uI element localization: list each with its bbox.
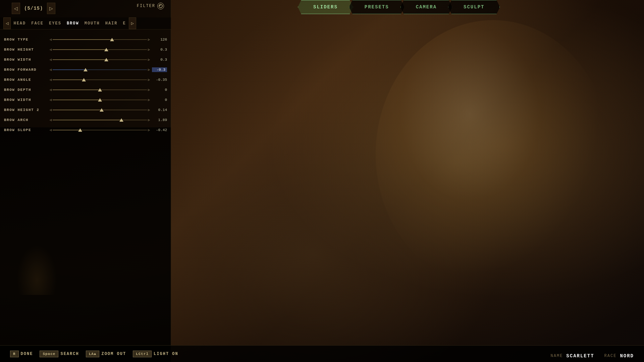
slider-value-brow-forward: -0.3	[152, 67, 167, 72]
tab-sliders[interactable]: SLIDERS	[298, 0, 353, 14]
slider-track-bar-brow-angle[interactable]	[53, 79, 147, 80]
slider-track-bar-brow-height2[interactable]	[53, 110, 147, 110]
hotkey-done: RDONE	[10, 351, 33, 357]
slider-track-bar-brow-arch[interactable]	[53, 120, 147, 120]
slider-value-brow-type: 126	[152, 38, 167, 42]
slider-right-arrow-brow-height2[interactable]: ▷	[148, 108, 150, 112]
slider-right-arrow-brow-height[interactable]: ▷	[148, 48, 150, 52]
slider-right-arrow-brow-forward[interactable]: ▷	[148, 68, 150, 72]
slider-track-brow-width[interactable]: ◁▷	[50, 56, 150, 63]
key-badge-space: Space	[40, 351, 58, 357]
key-label-done: DONE	[21, 352, 33, 356]
slider-right-arrow-brow-arch[interactable]: ▷	[148, 118, 150, 122]
cat-brow[interactable]: BROW	[64, 18, 82, 29]
slider-track-bar-brow-depth[interactable]	[53, 89, 147, 90]
filter-icon[interactable]	[157, 3, 164, 9]
cat-eyes[interactable]: EYES	[46, 18, 64, 29]
slider-track-bar-brow-height[interactable]	[53, 49, 147, 50]
cat-head[interactable]: HEAD	[11, 18, 29, 29]
cat-prev-arrow[interactable]: ◁	[3, 17, 11, 29]
cat-mouth[interactable]: MOUTH	[82, 18, 103, 29]
slider-thumb-brow-width[interactable]	[104, 58, 108, 61]
slider-left-arrow-brow-angle[interactable]: ◁	[50, 78, 52, 82]
slider-row-brow-width[interactable]: BROW WIDTH◁▷0.3	[0, 55, 171, 65]
slider-track-bar-brow-forward[interactable]	[53, 69, 147, 70]
slider-track-bar-brow-slope[interactable]	[53, 130, 147, 130]
tab-presets[interactable]: PRESETS	[349, 0, 405, 14]
slider-thumb-brow-arch[interactable]	[119, 118, 123, 122]
slider-thumb-brow-type[interactable]	[110, 38, 114, 41]
slider-thumb-brow-height2[interactable]	[100, 108, 104, 112]
filter-area[interactable]: FILTER	[137, 3, 164, 9]
slider-thumb-brow-slope[interactable]	[78, 128, 82, 132]
slider-row-brow-type[interactable]: BROW TYPE◁▷126	[0, 35, 171, 45]
slider-right-arrow-brow-width[interactable]: ▷	[148, 58, 150, 62]
top-tabs: SLIDERSPRESETSCAMERASCULPT	[302, 0, 500, 14]
slider-left-arrow-brow-depth[interactable]: ◁	[50, 88, 52, 92]
hotkey-zoom-out: LA▲ZOOM OUT	[86, 351, 126, 357]
bottom-bar: RDONESpaceSEARCHLA▲ZOOM OUTLCtrlLIGHT ON…	[0, 345, 644, 362]
slider-track-brow-type[interactable]: ◁▷	[50, 36, 150, 43]
slider-track-brow-angle[interactable]: ◁▷	[50, 76, 150, 83]
slider-thumb-brow-height[interactable]	[104, 48, 108, 51]
slider-label-brow-depth: BROW DEPTH	[4, 88, 48, 92]
slider-left-arrow-brow-width2[interactable]: ◁	[50, 98, 52, 102]
slider-track-brow-height[interactable]: ◁▷	[50, 46, 150, 53]
slider-left-arrow-brow-type[interactable]: ◁	[50, 38, 52, 42]
slider-right-arrow-brow-width2[interactable]: ▷	[148, 98, 150, 102]
cat-hair[interactable]: HAIR	[103, 18, 120, 29]
cat-face[interactable]: FACE	[29, 18, 46, 29]
slider-thumb-brow-forward[interactable]	[84, 68, 88, 71]
tab-camera[interactable]: CAMERA	[400, 0, 452, 14]
slider-thumb-brow-width2[interactable]	[98, 98, 102, 102]
slider-thumb-brow-angle[interactable]	[82, 78, 86, 81]
race-value: NORD	[620, 353, 634, 359]
key-label-search: SEARCH	[60, 352, 79, 356]
cat-extra[interactable]: E	[120, 18, 129, 29]
face-highlight	[376, 20, 610, 288]
slider-thumb-brow-depth[interactable]	[98, 88, 102, 92]
slider-track-bar-brow-width[interactable]	[53, 59, 147, 60]
key-label-zoom-out: ZOOM OUT	[101, 352, 126, 356]
counter-bar: ◁ (5/15) ▷	[12, 3, 55, 14]
slider-track-brow-arch[interactable]: ◁▷	[50, 117, 150, 123]
slider-track-brow-depth[interactable]: ◁▷	[50, 86, 150, 93]
slider-left-arrow-brow-height[interactable]: ◁	[50, 48, 52, 52]
hotkey-search: SpaceSEARCH	[40, 351, 79, 357]
slider-row-brow-width2[interactable]: BROW WIDTH◁▷0	[0, 95, 171, 105]
next-button[interactable]: ▷	[47, 3, 55, 14]
tab-sculpt[interactable]: SCULPT	[448, 0, 500, 14]
character-info: NAME SCARLETT RACE NORD	[551, 353, 634, 359]
slider-track-bar-brow-width2[interactable]	[53, 100, 147, 100]
slider-left-arrow-brow-height2[interactable]: ◁	[50, 108, 52, 112]
slider-label-brow-slope: BROW SLOPE	[4, 128, 48, 132]
left-panel: ◁ (5/15) ▷ FILTER ◁ HEAD FACE EYES BROW …	[0, 0, 171, 362]
slider-track-bar-brow-type[interactable]	[53, 39, 147, 40]
slider-row-brow-forward[interactable]: BROW FORWARD◁▷-0.3	[0, 65, 171, 75]
svg-point-1	[160, 5, 161, 6]
slider-left-arrow-brow-arch[interactable]: ◁	[50, 118, 52, 122]
slider-row-brow-depth[interactable]: BROW DEPTH◁▷0	[0, 85, 171, 95]
slider-right-arrow-brow-angle[interactable]: ▷	[148, 78, 150, 82]
prev-button[interactable]: ◁	[12, 3, 20, 14]
slider-row-brow-slope[interactable]: BROW SLOPE◁▷-0.42	[0, 125, 171, 135]
slider-track-brow-width2[interactable]: ◁▷	[50, 97, 150, 103]
character-race-field: RACE NORD	[604, 353, 634, 359]
slider-row-brow-angle[interactable]: BROW ANGLE◁▷-0.35	[0, 75, 171, 85]
slider-track-brow-height2[interactable]: ◁▷	[50, 107, 150, 113]
slider-row-brow-arch[interactable]: BROW ARCH◁▷1.89	[0, 115, 171, 125]
slider-row-brow-height[interactable]: BROW HEIGHT◁▷0.3	[0, 45, 171, 55]
slider-label-brow-width2: BROW WIDTH	[4, 98, 48, 102]
slider-value-brow-slope: -0.42	[152, 128, 167, 132]
slider-row-brow-height2[interactable]: BROW HEIGHT 2◁▷0.14	[0, 105, 171, 115]
slider-track-brow-slope[interactable]: ◁▷	[50, 127, 150, 133]
cat-next-arrow[interactable]: ▷	[129, 17, 136, 29]
slider-left-arrow-brow-forward[interactable]: ◁	[50, 68, 52, 72]
slider-label-brow-height2: BROW HEIGHT 2	[4, 108, 48, 112]
slider-left-arrow-brow-slope[interactable]: ◁	[50, 128, 52, 132]
slider-right-arrow-brow-type[interactable]: ▷	[148, 38, 150, 42]
slider-right-arrow-brow-slope[interactable]: ▷	[148, 128, 150, 132]
slider-right-arrow-brow-depth[interactable]: ▷	[148, 88, 150, 92]
slider-track-brow-forward[interactable]: ◁▷	[50, 66, 150, 73]
slider-left-arrow-brow-width[interactable]: ◁	[50, 58, 52, 62]
